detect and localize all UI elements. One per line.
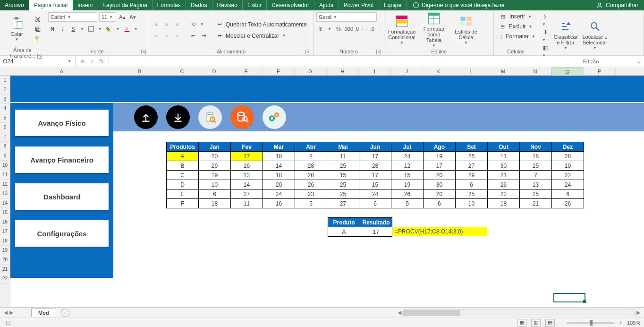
scroll-thumb[interactable] bbox=[404, 310, 460, 316]
tab-file[interactable]: Arquivo bbox=[0, 0, 29, 10]
column-header[interactable]: L bbox=[455, 67, 487, 75]
find-select-button[interactable]: Localizar e Selecionar▼ bbox=[582, 18, 608, 52]
format-cells-button[interactable]: ⬚Formatar▼ bbox=[495, 32, 536, 41]
column-header[interactable]: H bbox=[327, 67, 359, 75]
tab-powerpivot[interactable]: Power Pivot bbox=[339, 0, 379, 10]
tab-team[interactable]: Equipe bbox=[379, 0, 407, 10]
column-header[interactable]: F bbox=[263, 67, 295, 75]
italic-button[interactable]: I bbox=[59, 25, 67, 33]
enter-icon[interactable]: ✓ bbox=[90, 58, 94, 65]
column-header[interactable]: N bbox=[519, 67, 551, 75]
upload-icon[interactable] bbox=[134, 105, 158, 129]
row-header[interactable]: 17 bbox=[0, 227, 10, 236]
row-header[interactable]: 18 bbox=[0, 236, 10, 246]
column-header[interactable]: P bbox=[584, 67, 616, 75]
sidebar-item-avanco-fisico[interactable]: Avanço Físico bbox=[15, 110, 109, 136]
format-painter-icon[interactable] bbox=[34, 35, 42, 43]
sheet-nav-prev-icon[interactable]: ◀ bbox=[4, 310, 8, 316]
conditional-formatting-button[interactable]: Formatação Condicional▼ bbox=[387, 13, 416, 47]
sort-filter-button[interactable]: Classificar e Filtrar▼ bbox=[552, 18, 579, 52]
row-header[interactable]: 5 bbox=[0, 113, 10, 123]
copy-icon[interactable] bbox=[34, 25, 42, 34]
clear-icon[interactable]: ◧ bbox=[541, 43, 550, 52]
sidebar-item-configuracoes[interactable]: Configurações bbox=[15, 220, 109, 247]
accounting-icon[interactable]: $ bbox=[316, 25, 325, 33]
row-header[interactable]: 3 bbox=[0, 95, 10, 104]
decrease-font-icon[interactable]: A▾ bbox=[128, 13, 137, 21]
select-all-corner[interactable] bbox=[0, 67, 10, 75]
percent-icon[interactable]: % bbox=[334, 25, 343, 33]
tab-data[interactable]: Dados bbox=[186, 0, 212, 10]
row-header[interactable]: 10 bbox=[0, 161, 10, 170]
comma-icon[interactable]: 000 bbox=[345, 25, 353, 33]
gears-icon[interactable] bbox=[263, 105, 286, 129]
fill-icon[interactable]: ⬇ bbox=[541, 28, 550, 36]
add-sheet-button[interactable]: + bbox=[61, 309, 69, 317]
insert-cells-button[interactable]: ⊞Inserir▼ bbox=[499, 12, 533, 21]
row-header[interactable]: 13 bbox=[0, 189, 10, 198]
tab-review[interactable]: Revisão bbox=[212, 0, 243, 10]
tab-view[interactable]: Exibir bbox=[243, 0, 267, 10]
share-button[interactable]: Compartilhar bbox=[591, 0, 644, 10]
tab-developer[interactable]: Desenvolvedor bbox=[267, 0, 314, 10]
row-header[interactable]: 1 bbox=[0, 76, 10, 85]
worksheet-grid[interactable]: 12345678910111213141516171819202122 Avan… bbox=[0, 76, 644, 307]
align-right-icon[interactable]: ≡ bbox=[173, 32, 181, 40]
cancel-icon[interactable]: ✕ bbox=[80, 58, 85, 65]
align-center-icon[interactable]: ≡ bbox=[162, 32, 171, 40]
bold-button[interactable]: N bbox=[48, 25, 57, 33]
horizontal-scrollbar[interactable]: ◀ ▶ bbox=[69, 310, 644, 316]
sheet-tab-active[interactable]: Mod bbox=[31, 309, 56, 317]
row-header[interactable]: 12 bbox=[0, 180, 10, 189]
sidebar-item-dashboard[interactable]: Dashboard bbox=[15, 183, 109, 210]
row-header[interactable]: 4 bbox=[0, 104, 10, 113]
increase-decimal-icon[interactable]: .0→ bbox=[355, 25, 364, 33]
sheet-nav-next-icon[interactable]: ▶ bbox=[9, 310, 13, 316]
fill-color-icon[interactable] bbox=[105, 25, 113, 33]
cut-icon[interactable] bbox=[34, 15, 42, 24]
merge-button[interactable]: ⬌ Mesclar e Centralizar ▼ bbox=[215, 32, 307, 40]
decrease-decimal-icon[interactable]: ←.0 bbox=[365, 25, 374, 33]
column-header[interactable]: M bbox=[487, 67, 519, 75]
autosum-icon[interactable]: Σ bbox=[541, 12, 550, 21]
column-header[interactable]: C bbox=[166, 67, 198, 75]
cells-area[interactable]: Avanço Físico Avanço Financeiro Dashboar… bbox=[10, 76, 644, 307]
font-color-icon[interactable]: A bbox=[123, 25, 131, 33]
decrease-indent-icon[interactable]: ⇤ bbox=[189, 32, 197, 40]
font-name-select[interactable]: Calibri▼ bbox=[48, 12, 97, 22]
record-macro-icon[interactable]: ▢ bbox=[6, 319, 10, 326]
row-header[interactable]: 20 bbox=[0, 255, 10, 265]
row-header[interactable]: 19 bbox=[0, 246, 10, 255]
tab-layout[interactable]: Layout da Página bbox=[98, 0, 152, 10]
column-header[interactable]: J bbox=[391, 67, 423, 75]
row-header[interactable]: 22 bbox=[0, 274, 10, 284]
tab-formulas[interactable]: Fórmulas bbox=[153, 0, 186, 10]
increase-indent-icon[interactable]: ⇥ bbox=[199, 32, 208, 40]
column-header[interactable]: A bbox=[10, 67, 113, 75]
row-header[interactable]: 8 bbox=[0, 142, 10, 151]
dialog-launcher-icon[interactable]: ⬊ bbox=[376, 50, 381, 54]
row-header[interactable]: 11 bbox=[0, 170, 10, 180]
fill-handle[interactable] bbox=[583, 300, 586, 303]
column-header[interactable]: D bbox=[198, 67, 230, 75]
tab-help[interactable]: Ajuda bbox=[314, 0, 339, 10]
database-search-icon[interactable] bbox=[230, 105, 254, 129]
zoom-value[interactable]: 100% bbox=[627, 320, 640, 326]
page-layout-view-icon[interactable]: ▥ bbox=[531, 319, 541, 327]
row-header[interactable]: 6 bbox=[0, 123, 10, 132]
align-top-icon[interactable]: ≡ bbox=[152, 20, 161, 29]
zoom-in-icon[interactable]: + bbox=[619, 320, 622, 326]
wrap-text-button[interactable]: ↩ Quebrar Texto Automaticamente bbox=[215, 20, 307, 29]
column-header[interactable]: O bbox=[551, 67, 584, 77]
tell-me[interactable]: Diga-me o que você deseja fazer bbox=[407, 0, 511, 10]
row-header[interactable]: 7 bbox=[0, 132, 10, 142]
orientation-icon[interactable]: ⟲ bbox=[189, 20, 197, 29]
fx-icon[interactable]: fx bbox=[99, 58, 103, 65]
download-icon[interactable] bbox=[166, 105, 190, 129]
normal-view-icon[interactable]: ▦ bbox=[517, 319, 526, 327]
row-header[interactable]: 21 bbox=[0, 265, 10, 274]
format-table-button[interactable]: Formatar como Tabela▼ bbox=[419, 13, 449, 47]
row-header[interactable]: 15 bbox=[0, 208, 10, 217]
column-header[interactable]: G bbox=[295, 67, 327, 75]
align-bottom-icon[interactable]: ≡ bbox=[173, 20, 181, 29]
